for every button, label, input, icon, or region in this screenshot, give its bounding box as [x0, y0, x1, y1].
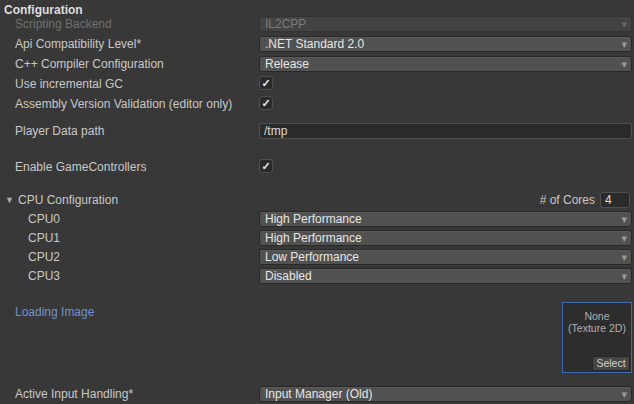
- chevron-down-icon: ▾: [621, 269, 627, 283]
- cpu1-value: High Performance: [265, 231, 362, 245]
- cpp-compiler-label: C++ Compiler Configuration: [15, 56, 164, 72]
- cpu2-value: Low Performance: [265, 250, 359, 264]
- select-texture-button[interactable]: Select: [592, 356, 630, 371]
- cores-count-input[interactable]: [600, 192, 630, 208]
- player-data-path-label: Player Data path: [15, 123, 104, 139]
- active-input-handling-dropdown[interactable]: Input Manager (Old) ▾: [259, 386, 632, 402]
- api-compatibility-value: .NET Standard 2.0: [265, 37, 364, 51]
- scripting-backend-label: Scripting Backend: [15, 16, 112, 32]
- chevron-down-icon: ▾: [621, 387, 627, 401]
- enable-gamecontrollers-label: Enable GameControllers: [15, 159, 146, 175]
- loading-image-label: Loading Image: [15, 304, 94, 320]
- incremental-gc-checkbox[interactable]: ✓: [259, 76, 273, 90]
- cpu3-dropdown[interactable]: Disabled ▾: [259, 268, 632, 284]
- assembly-validation-label: Assembly Version Validation (editor only…: [15, 96, 232, 112]
- cpu1-label: CPU1: [28, 230, 60, 246]
- scripting-backend-value: IL2CPP: [265, 17, 306, 31]
- chevron-down-icon: ▾: [621, 37, 627, 51]
- chevron-down-icon: ▾: [621, 212, 627, 226]
- active-input-handling-value: Input Manager (Old): [265, 387, 372, 401]
- cpu1-dropdown[interactable]: High Performance ▾: [259, 230, 632, 246]
- cpu2-label: CPU2: [28, 249, 60, 265]
- cpu0-label: CPU0: [28, 211, 60, 227]
- cpu3-value: Disabled: [265, 269, 312, 283]
- loading-image-object-field[interactable]: None (Texture 2D) Select: [562, 302, 632, 373]
- unity-player-settings-configuration-panel: Configuration Scripting Backend IL2CPP ▾…: [0, 0, 634, 404]
- assembly-validation-checkbox[interactable]: ✓: [259, 96, 273, 110]
- scripting-backend-dropdown: IL2CPP ▾: [259, 16, 632, 32]
- cpu3-label: CPU3: [28, 268, 60, 284]
- checkmark-icon: ✓: [261, 160, 270, 172]
- cores-count-label: # of Cores: [540, 192, 595, 208]
- player-data-path-input[interactable]: [259, 123, 632, 139]
- cpu0-dropdown[interactable]: High Performance ▾: [259, 211, 632, 227]
- cpp-compiler-value: Release: [265, 57, 309, 71]
- cpu2-dropdown[interactable]: Low Performance ▾: [259, 249, 632, 265]
- chevron-down-icon: ▾: [621, 250, 627, 264]
- checkmark-icon: ✓: [261, 77, 270, 89]
- incremental-gc-label: Use incremental GC: [15, 76, 123, 92]
- checkmark-icon: ✓: [261, 97, 270, 109]
- cpu-configuration-foldout-label[interactable]: CPU Configuration: [18, 192, 118, 208]
- api-compatibility-dropdown[interactable]: .NET Standard 2.0 ▾: [259, 36, 632, 52]
- object-value-line2: (Texture 2D): [563, 322, 631, 334]
- chevron-down-icon: ▾: [621, 231, 627, 245]
- active-input-handling-label: Active Input Handling*: [15, 386, 133, 402]
- enable-gamecontrollers-checkbox[interactable]: ✓: [259, 159, 273, 173]
- chevron-down-icon: ▾: [621, 57, 627, 71]
- cpu0-value: High Performance: [265, 212, 362, 226]
- cpp-compiler-dropdown[interactable]: Release ▾: [259, 56, 632, 72]
- object-value-line1: None: [563, 310, 631, 322]
- foldout-open-icon[interactable]: ▼: [5, 192, 17, 208]
- object-field-value: None (Texture 2D): [563, 310, 631, 334]
- chevron-down-icon: ▾: [621, 17, 627, 31]
- api-compatibility-label: Api Compatibility Level*: [15, 36, 141, 52]
